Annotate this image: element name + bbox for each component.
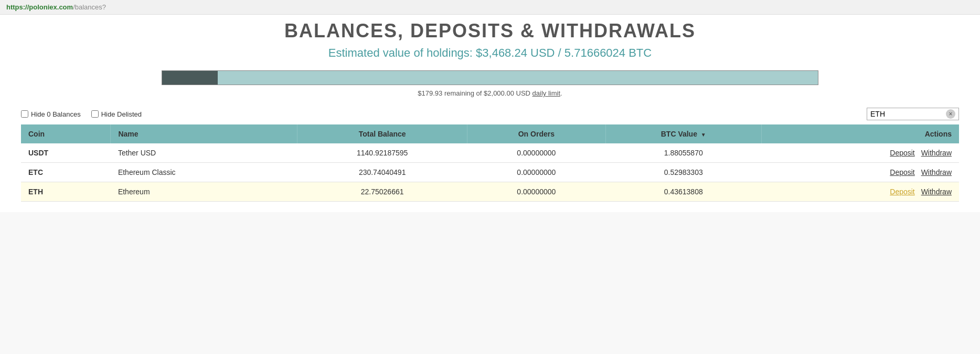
withdraw-link[interactable]: Withdraw <box>921 149 952 157</box>
th-btc-value[interactable]: BTC Value ▼ <box>605 124 761 143</box>
th-on-orders: On Orders <box>467 124 606 143</box>
search-box: × <box>867 108 959 120</box>
progress-bar-container <box>162 70 818 85</box>
hide-zero-checkbox[interactable] <box>21 110 28 118</box>
page-title: BALANCES, DEPOSITS & WITHDRAWALS <box>21 20 959 42</box>
hide-delisted-label[interactable]: Hide Delisted <box>91 110 142 118</box>
cell-btc-value: 1.88055870 <box>605 143 761 163</box>
cell-total-balance: 230.74040491 <box>297 163 467 182</box>
url-https: https:// <box>6 3 29 11</box>
table-row: ETH Ethereum 22.75026661 0.00000000 0.43… <box>21 182 959 202</box>
withdraw-link[interactable]: Withdraw <box>921 168 952 176</box>
filters-left: Hide 0 Balances Hide Delisted <box>21 110 142 118</box>
cell-actions: Deposit Withdraw <box>761 143 959 163</box>
th-coin: Coin <box>21 124 111 143</box>
cell-coin: USDT <box>21 143 111 163</box>
table-row: USDT Tether USD 1140.92187595 0.00000000… <box>21 143 959 163</box>
cell-coin: ETH <box>21 182 111 202</box>
cell-on-orders: 0.00000000 <box>467 182 606 202</box>
cell-actions: Deposit Withdraw <box>761 163 959 182</box>
deposit-link[interactable]: Deposit <box>890 188 914 196</box>
period: . <box>560 89 562 97</box>
th-btc-value-label: BTC Value <box>661 130 697 138</box>
hide-zero-label[interactable]: Hide 0 Balances <box>21 110 81 118</box>
search-clear-button[interactable]: × <box>946 109 955 119</box>
balances-table: Coin Name Total Balance On Orders BTC Va… <box>21 124 959 202</box>
th-actions: Actions <box>761 124 959 143</box>
remaining-text: $179.93 remaining of $2,000.00 USD <box>418 89 532 97</box>
cell-btc-value: 0.43613808 <box>605 182 761 202</box>
cell-btc-value: 0.52983303 <box>605 163 761 182</box>
withdraw-link[interactable]: Withdraw <box>921 188 952 196</box>
cell-on-orders: 0.00000000 <box>467 163 606 182</box>
filters-row: Hide 0 Balances Hide Delisted × <box>21 108 959 120</box>
estimated-value: Estimated value of holdings: $3,468.24 U… <box>21 46 959 60</box>
cell-name: Tether USD <box>111 143 297 163</box>
search-input[interactable] <box>870 110 944 118</box>
deposit-link[interactable]: Deposit <box>890 149 914 157</box>
sort-arrow-icon: ▼ <box>701 132 706 138</box>
cell-coin: ETC <box>21 163 111 182</box>
browser-bar: https://poloniex.com/balances? <box>0 0 980 15</box>
th-total-balance: Total Balance <box>297 124 467 143</box>
cell-total-balance: 1140.92187595 <box>297 143 467 163</box>
th-name: Name <box>111 124 297 143</box>
daily-limit-text: $179.93 remaining of $2,000.00 USD daily… <box>418 89 562 97</box>
deposit-link[interactable]: Deposit <box>890 168 914 176</box>
hide-delisted-checkbox[interactable] <box>91 110 99 118</box>
table-row: ETC Ethereum Classic 230.74040491 0.0000… <box>21 163 959 182</box>
url-domain: poloniex.com <box>29 3 73 11</box>
cell-on-orders: 0.00000000 <box>467 143 606 163</box>
cell-name: Ethereum Classic <box>111 163 297 182</box>
table-header-row: Coin Name Total Balance On Orders BTC Va… <box>21 124 959 143</box>
cell-actions: Deposit Withdraw <box>761 182 959 202</box>
cell-total-balance: 22.75026661 <box>297 182 467 202</box>
url-path: /balances? <box>73 3 106 11</box>
daily-limit-link[interactable]: daily limit <box>532 89 560 97</box>
cell-name: Ethereum <box>111 182 297 202</box>
progress-section: $179.93 remaining of $2,000.00 USD daily… <box>21 70 959 97</box>
progress-bar-fill <box>162 71 218 85</box>
